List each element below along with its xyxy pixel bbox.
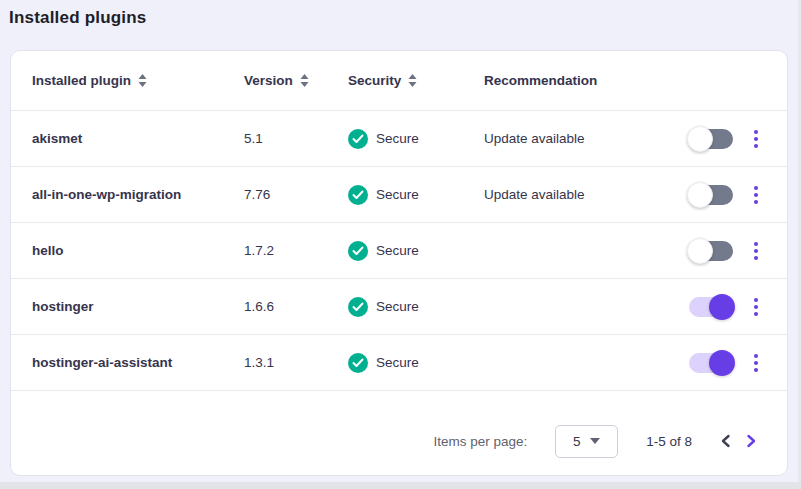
toggle-knob [687, 182, 713, 208]
security-status: Secure [348, 297, 484, 317]
kebab-menu-icon[interactable] [751, 352, 761, 374]
kebab-menu-icon[interactable] [751, 128, 761, 150]
column-label: Version [244, 73, 293, 88]
security-label: Secure [376, 187, 419, 202]
plugin-name: akismet [32, 131, 244, 146]
plugin-enabled-toggle[interactable] [689, 297, 733, 317]
page-bottom-edge [0, 482, 801, 489]
recommendation-text: Update available [484, 131, 689, 146]
plugin-enabled-toggle[interactable] [689, 241, 733, 261]
security-label: Secure [376, 299, 419, 314]
pagination-bar: Items per page: 5 1-5 of 8 [11, 390, 787, 475]
plugin-version: 1.3.1 [244, 355, 348, 370]
column-label: Installed plugin [32, 73, 131, 88]
security-status: Secure [348, 241, 484, 261]
column-label: Security [348, 73, 401, 88]
pagination-range: 1-5 of 8 [646, 434, 692, 449]
page-title: Installed plugins [9, 8, 147, 28]
plugin-name: hostinger [32, 299, 244, 314]
table-row: all-in-one-wp-migration 7.76 Secure Upda… [11, 166, 787, 222]
plugin-name: hostinger-ai-assistant [32, 355, 244, 370]
column-header-security[interactable]: Security [348, 73, 417, 88]
toggle-knob [687, 238, 713, 264]
column-header-version[interactable]: Version [244, 73, 348, 88]
security-status: Secure [348, 129, 484, 149]
check-circle-icon [348, 185, 368, 205]
column-label: Recommendation [484, 73, 597, 88]
table-row: akismet 5.1 Secure Update available [11, 110, 787, 166]
check-circle-icon [348, 297, 368, 317]
plugin-enabled-toggle[interactable] [689, 129, 733, 149]
check-circle-icon [348, 241, 368, 261]
kebab-menu-icon[interactable] [751, 184, 761, 206]
chevron-right-icon[interactable] [746, 434, 757, 448]
security-status: Secure [348, 353, 484, 373]
items-per-page-value: 5 [573, 434, 581, 449]
kebab-menu-icon[interactable] [751, 296, 761, 318]
recommendation-text: Update available [484, 187, 689, 202]
plugin-version: 5.1 [244, 131, 348, 146]
plugin-enabled-toggle[interactable] [689, 185, 733, 205]
security-label: Secure [376, 243, 419, 258]
plugin-version: 1.6.6 [244, 299, 348, 314]
column-header-recommendation: Recommendation [484, 73, 761, 88]
plugin-name: all-in-one-wp-migration [32, 187, 244, 202]
kebab-menu-icon[interactable] [751, 240, 761, 262]
toggle-knob [709, 294, 735, 320]
toggle-knob [687, 126, 713, 152]
plugin-name: hello [32, 243, 244, 258]
column-header-installed-plugin[interactable]: Installed plugin [32, 73, 244, 88]
chevron-left-icon[interactable] [720, 434, 731, 448]
sort-arrows-icon [408, 74, 417, 87]
table-row: hostinger 1.6.6 Secure [11, 278, 787, 334]
toggle-knob [709, 350, 735, 376]
security-label: Secure [376, 131, 419, 146]
table-row: hello 1.7.2 Secure [11, 222, 787, 278]
pagination-controls [720, 434, 757, 448]
items-per-page-select[interactable]: 5 [555, 425, 618, 458]
plugin-enabled-toggle[interactable] [689, 353, 733, 373]
plugin-version: 7.76 [244, 187, 348, 202]
table-header-row: Installed plugin Version Security [11, 51, 787, 110]
sort-arrows-icon [300, 74, 309, 87]
caret-down-icon [590, 438, 600, 444]
installed-plugins-card: Installed plugin Version Security [10, 50, 788, 476]
security-status: Secure [348, 185, 484, 205]
security-label: Secure [376, 355, 419, 370]
table-row: hostinger-ai-assistant 1.3.1 Secure [11, 334, 787, 390]
sort-arrows-icon [138, 74, 147, 87]
check-circle-icon [348, 129, 368, 149]
plugin-version: 1.7.2 [244, 243, 348, 258]
check-circle-icon [348, 353, 368, 373]
items-per-page-label: Items per page: [433, 434, 527, 449]
